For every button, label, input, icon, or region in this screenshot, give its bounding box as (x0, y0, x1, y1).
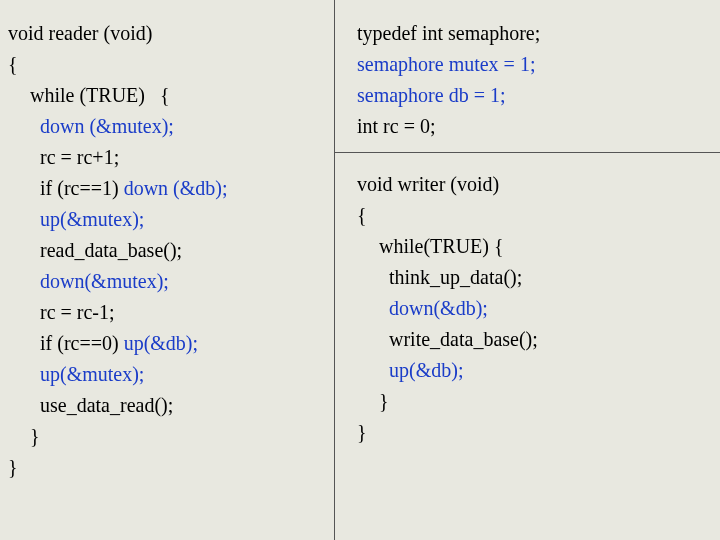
text: if (rc==1) (40, 177, 124, 199)
code-line: { (357, 200, 712, 231)
text: void reader (void) (8, 22, 152, 44)
code-line: up(&mutex); (8, 359, 326, 390)
code-line: } (357, 386, 712, 417)
right-column: typedef int semaphore; semaphore mutex =… (335, 0, 720, 540)
text: if (rc==0) (40, 332, 124, 354)
code-line: { (8, 49, 326, 80)
code-line: int rc = 0; (357, 111, 712, 142)
code-line: } (8, 421, 326, 452)
code-line: down (&mutex); (8, 111, 326, 142)
code-line: } (8, 452, 326, 483)
code-line: down(&mutex); (8, 266, 326, 297)
code-line: while(TRUE) { (357, 231, 712, 262)
text: down (&db); (124, 177, 228, 199)
declarations-pane: typedef int semaphore; semaphore mutex =… (335, 0, 720, 153)
reader-pane: void reader (void) { while (TRUE) { down… (0, 0, 335, 540)
code-line: while (TRUE) { (8, 80, 326, 111)
code-line: void reader (void) (8, 18, 326, 49)
code-line: down(&db); (357, 293, 712, 324)
code-line: rc = rc-1; (8, 297, 326, 328)
code-line: semaphore mutex = 1; (357, 49, 712, 80)
code-line: typedef int semaphore; (357, 18, 712, 49)
code-line: } (357, 417, 712, 448)
code-line: up(&db); (357, 355, 712, 386)
code-line: if (rc==1) down (&db); (8, 173, 326, 204)
code-line: void writer (void) (357, 169, 712, 200)
code-line: rc = rc+1; (8, 142, 326, 173)
text: up(&db); (124, 332, 198, 354)
writer-pane: void writer (void) { while(TRUE) { think… (335, 153, 720, 540)
code-line: write_data_base(); (357, 324, 712, 355)
code-line: semaphore db = 1; (357, 80, 712, 111)
code-line: if (rc==0) up(&db); (8, 328, 326, 359)
root: void reader (void) { while (TRUE) { down… (0, 0, 720, 540)
code-line: up(&mutex); (8, 204, 326, 235)
code-line: read_data_base(); (8, 235, 326, 266)
code-line: use_data_read(); (8, 390, 326, 421)
code-line: think_up_data(); (357, 262, 712, 293)
